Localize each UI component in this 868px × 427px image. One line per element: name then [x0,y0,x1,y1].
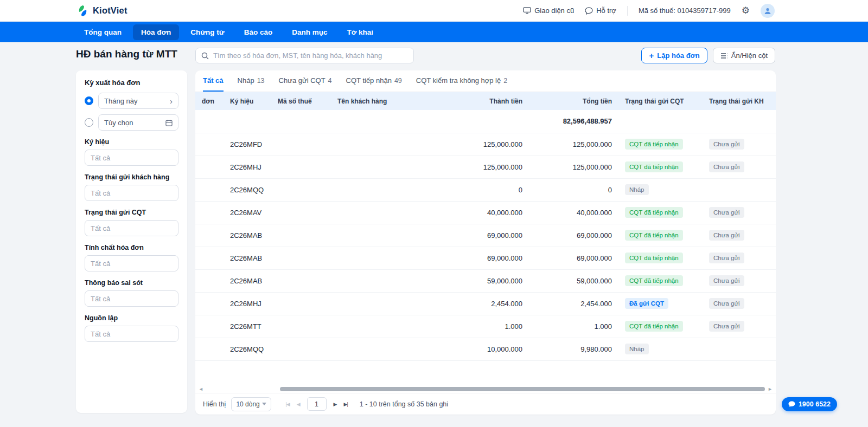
first-page-button[interactable]: |◀ [285,402,289,407]
cell-thanh-tien: 125,000.000 [434,133,529,156]
search-input[interactable] [213,51,408,60]
record-range-label: 1 - 10 trên tổng số 35 bản ghi [360,400,448,408]
filter-input-thong-bao-sai-sot[interactable] [85,290,178,307]
cell-ten-khach-hang [331,247,434,269]
avatar[interactable] [761,4,775,18]
cell-ma-so-thue [271,201,331,224]
tab-tat-ca[interactable]: Tất cả [203,70,224,92]
column-header-so-hoa-don[interactable]: đơn [195,92,224,110]
horizontal-scrollbar[interactable]: ◄ ► [199,385,773,393]
invoice-row[interactable]: 2C26MFD125,000.000125,000.000CQT đã tiếp… [195,133,776,156]
nav-item-bao-cao[interactable]: Báo cáo [236,24,281,40]
period-select-tuy-chon[interactable]: Tùy chọn [98,114,178,131]
cell-so-hoa-don [195,338,224,360]
tab-cqt-kiem-tra-khong-hop-le[interactable]: CQT kiểm tra không hợp lệ2 [416,70,507,92]
invoice-row[interactable]: 2C26MQQ10,000.0009,980.000Nháp [195,338,776,360]
column-header-tong-tien[interactable]: Tổng tiền [529,92,618,110]
nav-item-danh-muc[interactable]: Danh mục [284,24,335,40]
radio-thang-nay[interactable] [85,96,93,105]
column-header-ma-so-thue[interactable]: Mã số thuế [271,92,331,110]
radio-tuy-chon[interactable] [85,118,93,127]
tax-code-label: Mã số thuế: 0104359717-999 [639,7,731,15]
support-link[interactable]: Hỗ trợ [585,7,616,15]
toggle-columns-button[interactable]: Ẩn/Hiện cột [713,48,775,63]
brand[interactable]: KiotViet [76,5,127,17]
filter-input-ky-hieu[interactable] [85,150,178,166]
filter-input-tinh-chat-hoa-don[interactable] [85,255,178,271]
cell-tong-tien: 40,000.000 [529,201,618,224]
kh-status-badge: Chưa gửi [709,321,744,332]
chevron-right-icon: › [170,97,173,105]
chevron-down-icon [262,403,266,405]
cell-ma-so-thue [271,224,331,247]
invoice-row[interactable]: 2C26MHJ2,454.0002,454.000Đã gửi CQTChưa … [195,292,776,315]
summary-cell-trang-thai-gui-kh [703,110,776,133]
plus-icon: + [649,51,654,60]
cell-trang-thai-gui-kh: Chưa gửi [703,292,776,315]
invoice-row[interactable]: 2C26MQQ00Nháp [195,178,776,201]
period-option-thang-nay: Tháng này› [85,93,178,109]
invoice-row[interactable]: 2C26MHJ125,000.000125,000.000CQT đã tiếp… [195,156,776,178]
cell-tong-tien: 1.000 [529,315,618,338]
cqt-status-badge: CQT đã tiếp nhận [625,253,683,263]
create-invoice-button[interactable]: + Lập hóa đơn [641,48,707,63]
old-ui-link[interactable]: Giao diện cũ [523,7,574,15]
invoice-row[interactable]: 2C26MAB69,000.00069,000.000CQT đã tiếp n… [195,247,776,269]
tab-cqt-tiep-nhan[interactable]: CQT tiếp nhận49 [346,70,402,92]
nav-item-tong-quan[interactable]: Tổng quan [76,24,130,40]
column-header-thanh-tien[interactable]: Thành tiền [434,92,529,110]
page-size-select[interactable]: 10 dòng [231,397,271,411]
prev-page-button[interactable]: ◀ [297,402,300,407]
cell-thanh-tien: 1.000 [434,315,529,338]
summary-cell-tong-tien: 82,596,488.957 [529,110,618,133]
summary-cell-ky-hieu [224,110,271,133]
old-ui-label: Giao diện cũ [534,7,574,15]
invoice-row[interactable]: 2C26MAB59,000.00059,000.000CQT đã tiếp n… [195,269,776,292]
hotline-chat-button[interactable]: 1900 6522 [782,397,837,411]
column-header-ky-hieu[interactable]: Ký hiệu [224,92,271,110]
column-header-trang-thai-gui-cqt[interactable]: Trạng thái gửi CQT [618,92,703,110]
scroll-right-icon[interactable]: ► [768,386,773,393]
gear-icon[interactable]: ⚙ [742,6,750,15]
column-header-ten-khach-hang[interactable]: Tên khách hàng [331,92,434,110]
cell-trang-thai-gui-kh: Chưa gửi [703,269,776,292]
period-select-thang-nay[interactable]: Tháng này› [98,93,178,109]
cell-thanh-tien: 69,000.000 [434,224,529,247]
tab-chua-gui-cqt[interactable]: Chưa gửi CQT4 [279,70,332,92]
current-page-input[interactable]: 1 [307,397,327,411]
table-header-row: đơnKý hiệuMã số thuếTên khách hàngThành … [195,92,776,110]
summary-cell-thanh-tien [434,110,529,133]
column-header-trang-thai-gui-kh[interactable]: Trạng thái gửi KH [703,92,776,110]
filter-input-trang-thai-gui-cqt[interactable] [85,220,178,236]
cell-ma-so-thue [271,178,331,201]
hotline-number: 1900 6522 [799,400,831,408]
cell-trang-thai-gui-kh: Chưa gửi [703,133,776,156]
nav-item-chung-tu[interactable]: Chứng từ [182,24,232,40]
nav-item-hoa-don[interactable]: Hóa đơn [133,24,179,40]
kh-status-badge: Chưa gửi [709,275,744,286]
cell-so-hoa-don [195,292,224,315]
next-page-button[interactable]: ▶ [334,402,337,407]
scrollbar-thumb[interactable] [280,387,765,391]
invoice-row[interactable]: 2C26MAV40,000.00040,000.000CQT đã tiếp n… [195,201,776,224]
cell-ten-khach-hang [331,201,434,224]
cell-ky-hieu: 2C26MQQ [224,338,271,360]
tab-label-cqt-kiem-tra-khong-hop-le: CQT kiểm tra không hợp lệ [416,76,501,85]
cqt-status-badge: Đã gửi CQT [625,298,668,309]
filter-input-nguon-lap[interactable] [85,326,178,342]
scroll-left-icon[interactable]: ◄ [199,386,203,393]
filter-input-trang-thai-gui-khach-hang[interactable] [85,185,178,201]
cqt-status-badge: CQT đã tiếp nhận [625,139,683,150]
kh-status-badge: Chưa gửi [709,207,744,218]
summary-cell-ma-so-thue [271,110,331,133]
primary-nav: Tổng quanHóa đơnChứng từBáo cáoDanh mụcT… [0,22,868,42]
nav-item-to-khai[interactable]: Tờ khai [339,24,381,40]
invoice-row[interactable]: 2C26MTT1.0001.000CQT đã tiếp nhậnChưa gử… [195,315,776,338]
cell-trang-thai-gui-cqt: CQT đã tiếp nhận [618,133,703,156]
tab-nhap[interactable]: Nháp13 [238,70,265,92]
chat-bubble-icon [788,401,795,407]
invoice-row[interactable]: 2C26MAB69,000.00069,000.000CQT đã tiếp n… [195,224,776,247]
cell-ky-hieu: 2C26MAB [224,247,271,269]
kiotviet-logo-icon [76,5,89,17]
last-page-button[interactable]: ▶| [344,402,348,407]
